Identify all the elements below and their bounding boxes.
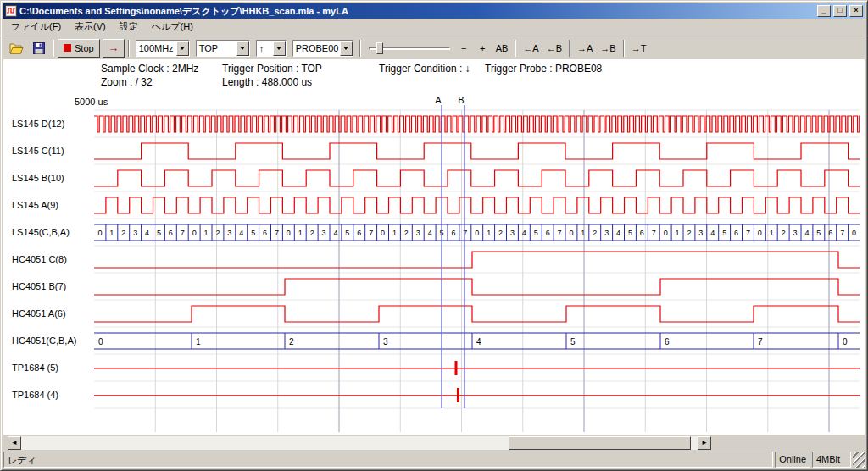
svg-text:3: 3 [510,229,515,237]
zoom-slider[interactable] [369,39,450,58]
trigger-position-combo[interactable]: TOP [196,40,250,57]
channel-label: TP1684 (4) [12,381,58,408]
svg-text:1: 1 [204,229,209,237]
svg-text:3: 3 [133,229,137,237]
channel-label: TP1684 (5) [12,354,58,381]
length-text: Length : 488.000 us [222,76,312,88]
svg-text:3: 3 [383,337,388,346]
menu-settings[interactable]: 設定 [113,19,145,36]
svg-text:7: 7 [181,229,185,237]
save-button[interactable] [28,38,49,58]
svg-text:6: 6 [640,229,644,237]
svg-text:5: 5 [722,229,726,237]
maximize-button[interactable]: □ [833,5,847,17]
close-button[interactable]: × [849,5,863,17]
toolbar-separator [623,40,625,57]
zoom-slider-thumb[interactable] [376,42,383,54]
svg-text:2: 2 [289,337,294,346]
svg-text:4: 4 [804,229,809,237]
svg-text:4: 4 [476,337,481,346]
zoom-in-button[interactable]: + [474,39,492,58]
svg-text:5: 5 [570,337,576,346]
trigger-position-text: Trigger Position : TOP [222,63,322,75]
svg-text:5: 5 [251,229,255,237]
svg-text:6: 6 [263,229,267,237]
svg-text:4: 4 [428,229,432,237]
menu-file[interactable]: ファイル(F) [4,19,68,36]
trigger-probe-combo-value: PROBE00 [293,41,340,56]
svg-text:6: 6 [451,229,455,237]
svg-text:0: 0 [192,229,197,237]
cursor-b-right-button[interactable]: →B [597,39,619,58]
trigger-condition-text: Trigger Condition : ↓ [379,63,470,75]
stop-button[interactable]: Stop [58,39,100,58]
menu-help[interactable]: ヘルプ(H) [145,19,200,36]
scroll-left-icon[interactable]: ◄ [8,436,21,450]
svg-text:3: 3 [322,229,326,237]
trigger-edge-combo[interactable]: ↑ [256,40,287,57]
svg-text:1: 1 [392,229,397,237]
minimize-button[interactable]: _ [817,5,831,17]
toolbar-separator [515,40,516,57]
channel-label: LS145 C(11) [12,137,64,164]
trigger-edge-combo-value: ↑ [257,41,273,56]
svg-text:2: 2 [404,229,409,237]
channel-label: LS145(C,B,A) [12,219,70,246]
channel-labels: LS145 D(12)LS145 C(11)LS145 B(10)LS145 A… [3,90,94,435]
status-online-badge: Online [775,452,810,468]
svg-text:3: 3 [227,229,231,237]
trigger-probe-combo[interactable]: PROBE00 [292,40,353,57]
sample-clock-combo[interactable]: 100MHz [136,40,190,57]
svg-text:5: 5 [345,229,349,237]
toolbar-separator [359,40,361,57]
scrollbar-track[interactable] [21,436,698,450]
svg-text:0: 0 [843,337,848,346]
capture-info: Sample Clock : 2MHz Trigger Position : T… [3,59,865,90]
svg-text:2: 2 [215,229,220,237]
cursor-a-right-button[interactable]: →A [574,39,596,58]
svg-text:A: A [435,95,442,105]
channel-label: HC4051 C(8) [12,246,67,273]
resize-grip[interactable] [853,452,865,468]
trigger-probe-text: Trigger Probe : PROBE08 [485,63,602,75]
svg-text:0: 0 [97,229,102,237]
stop-icon [64,44,71,52]
open-button[interactable] [6,38,27,58]
svg-text:7: 7 [758,337,763,346]
svg-text:7: 7 [463,229,467,237]
horizontal-scrollbar[interactable]: ◄ ► [8,436,711,450]
chevron-down-icon[interactable] [340,41,353,56]
svg-text:3: 3 [793,229,798,237]
svg-text:2: 2 [593,229,597,237]
svg-text:4: 4 [333,229,337,237]
svg-text:6: 6 [169,229,173,237]
run-button[interactable]: → [103,39,125,58]
svg-text:0: 0 [98,337,103,346]
chevron-down-icon[interactable] [176,41,189,56]
ab-button[interactable]: AB [492,39,512,58]
scrollbar-thumb[interactable] [509,436,691,450]
cursor-a-left-button[interactable]: ←A [520,39,542,58]
svg-text:0: 0 [664,229,668,237]
toolbar-separator [53,40,54,57]
svg-text:1: 1 [109,229,114,237]
menu-view[interactable]: 表示(V) [68,19,113,36]
chevron-down-icon[interactable] [236,41,249,56]
zoom-out-button[interactable]: − [455,39,473,58]
app-window: C:\Documents and Settings\noname\デスクトップ\… [0,0,868,471]
svg-text:7: 7 [275,229,279,237]
channel-label: LS145 D(12) [12,110,64,137]
scroll-right-icon[interactable]: ► [698,436,711,450]
channel-label: LS145 A(9) [12,191,58,219]
toolbar-separator [128,40,130,57]
svg-text:6: 6 [665,337,670,346]
app-icon [5,5,17,17]
stop-label: Stop [75,43,94,53]
svg-text:3: 3 [416,229,420,237]
svg-text:4: 4 [239,229,243,237]
chevron-down-icon[interactable] [273,41,286,56]
svg-text:4: 4 [145,229,149,237]
trigger-jump-button[interactable]: →T [628,39,650,58]
cursor-b-left-button[interactable]: ←B [543,39,565,58]
waveform-svg[interactable]: 0123456701234567012345670123456701234567… [94,90,860,432]
